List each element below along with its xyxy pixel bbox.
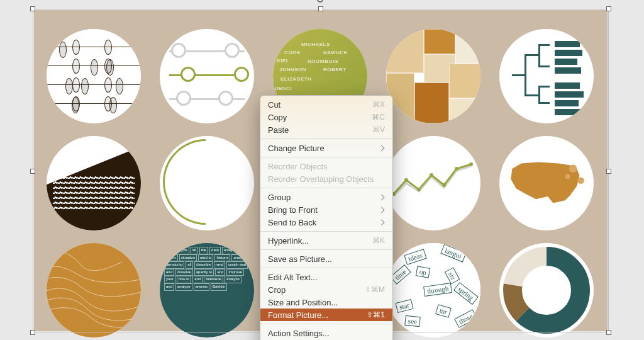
menu-item-copy[interactable]: Copy⌘C (260, 111, 392, 123)
menu-item-label: Group (268, 193, 291, 202)
menu-item-group[interactable]: Group (260, 191, 392, 203)
menu-item-action-settings[interactable]: Action Settings... (260, 327, 392, 339)
chevron-right-icon (379, 220, 385, 226)
resize-handle-n[interactable] (318, 6, 323, 11)
menu-item-label: Reorder Objects (268, 162, 328, 171)
menu-item-hyperlink[interactable]: Hyperlink...⌘K (260, 234, 392, 247)
resize-handle-nw[interactable] (30, 6, 35, 11)
menu-item-label: Paste (268, 125, 289, 135)
resize-handle-ne[interactable] (606, 6, 611, 11)
menu-item-label: Bring to Front (268, 205, 318, 215)
menu-item-shortcut: ⌘V (372, 125, 385, 134)
resize-handle-se[interactable] (606, 330, 611, 335)
resize-handle-w[interactable] (30, 169, 35, 174)
menu-item-size-and-position[interactable]: Size and Position... (260, 296, 392, 309)
chevron-right-icon (379, 195, 385, 201)
chevron-right-icon (379, 145, 385, 152)
chevron-right-icon (379, 207, 385, 213)
menu-item-paste[interactable]: Paste⌘V (260, 123, 392, 136)
menu-item-format-picture[interactable]: Format Picture...⇧⌘1 (260, 309, 392, 321)
menu-item-crop[interactable]: Crop⇧⌘M (260, 283, 392, 296)
menu-item-label: Reorder Overlapping Objects (268, 174, 374, 184)
context-menu: Cut⌘XCopy⌘CPaste⌘VChange PictureReorder … (260, 95, 393, 340)
menu-item-label: Send to Back (268, 218, 316, 227)
menu-item-shortcut: ⇧⌘1 (367, 310, 385, 319)
menu-item-label: Change Picture (268, 144, 325, 153)
menu-item-label: Save as Picture... (268, 254, 332, 264)
menu-item-save-as-picture[interactable]: Save as Picture... (260, 252, 392, 265)
menu-item-shortcut: ⌘C (372, 113, 385, 122)
menu-item-label: Hyperlink... (268, 236, 309, 246)
menu-item-edit-alt-text[interactable]: Edit Alt Text... (260, 271, 392, 283)
menu-item-label: Format Picture... (268, 310, 328, 320)
menu-item-label: Crop (268, 285, 286, 295)
menu-item-send-to-back[interactable]: Send to Back (260, 216, 392, 229)
resize-handle-sw[interactable] (30, 330, 35, 335)
resize-handle-e[interactable] (606, 169, 611, 174)
menu-item-label: Size and Position... (268, 298, 338, 307)
menu-item-shortcut: ⌘K (372, 236, 385, 245)
menu-item-shortcut: ⇧⌘M (365, 285, 385, 294)
rotation-handle[interactable] (317, 0, 323, 3)
menu-item-shortcut: ⌘X (372, 100, 385, 109)
menu-item-label: Cut (268, 100, 280, 110)
menu-separator (260, 249, 392, 250)
menu-item-cut[interactable]: Cut⌘X (260, 98, 392, 111)
menu-item-reorder-overlapping-objects: Reorder Overlapping Objects (260, 173, 392, 185)
menu-separator (260, 231, 392, 232)
menu-separator (260, 188, 392, 188)
menu-item-label: Copy (268, 113, 287, 122)
menu-item-label: Action Settings... (268, 329, 330, 338)
menu-separator (260, 268, 392, 268)
menu-separator (260, 324, 392, 324)
menu-item-change-picture[interactable]: Change Picture (260, 142, 392, 154)
menu-separator (260, 139, 392, 139)
menu-item-bring-to-front[interactable]: Bring to Front (260, 203, 392, 216)
menu-separator (260, 157, 392, 157)
menu-item-reorder-objects: Reorder Objects (260, 160, 392, 173)
menu-item-label: Edit Alt Text... (268, 273, 318, 282)
